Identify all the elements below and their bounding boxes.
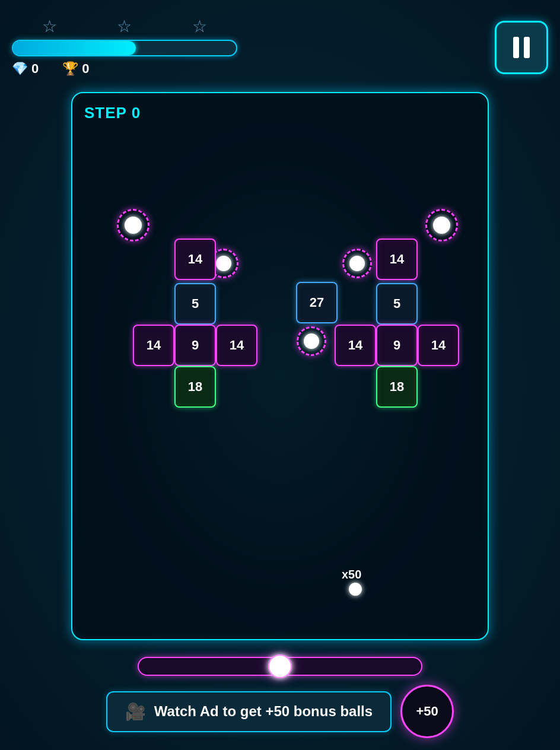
block-11-value: 9 xyxy=(393,338,400,353)
step-label: STEP 0 xyxy=(84,104,141,122)
block-13-value: 18 xyxy=(390,379,404,395)
circle-ball-4 xyxy=(342,249,372,278)
game-board[interactable]: STEP 0 14 5 14 9 14 18 27 14 5 1 xyxy=(71,92,489,640)
star-2-icon: ☆ xyxy=(117,18,132,35)
block-3[interactable]: 14 xyxy=(133,325,174,366)
pause-icon xyxy=(513,37,530,58)
white-ball xyxy=(349,583,362,596)
watch-ad-row: 🎥 Watch Ad to get +50 bonus balls +50 xyxy=(106,685,454,738)
block-9-value: 5 xyxy=(393,296,400,312)
block-10[interactable]: 14 xyxy=(335,325,376,366)
bonus-label: +50 xyxy=(416,704,438,719)
block-1[interactable]: 14 xyxy=(174,239,216,280)
block-10-value: 14 xyxy=(348,338,362,353)
block-6[interactable]: 18 xyxy=(174,366,216,408)
block-13[interactable]: 18 xyxy=(376,366,418,408)
block-1-value: 14 xyxy=(188,252,202,267)
block-4-value: 9 xyxy=(192,338,199,353)
block-6-value: 18 xyxy=(188,379,202,395)
header: ☆ ☆ ☆ 💎 0 🏆 0 xyxy=(0,0,560,83)
diamond-stat: 💎 0 xyxy=(12,61,39,77)
camera-icon: 🎥 xyxy=(125,702,146,722)
block-8[interactable]: 14 xyxy=(376,239,418,280)
pause-button[interactable] xyxy=(495,21,548,74)
block-8-value: 14 xyxy=(390,252,404,267)
progress-bar xyxy=(12,40,237,56)
stars-row: ☆ ☆ ☆ xyxy=(12,18,237,35)
star-1-icon: ☆ xyxy=(42,18,57,35)
star-3-icon: ☆ xyxy=(192,18,207,35)
circle-ball-3-inner xyxy=(216,256,231,271)
progress-bar-fill xyxy=(13,41,136,55)
bonus-badge[interactable]: +50 xyxy=(400,685,454,738)
block-12[interactable]: 14 xyxy=(418,325,459,366)
circle-ball-1-inner xyxy=(125,217,142,234)
circle-ball-1 xyxy=(117,209,149,241)
block-2-value: 5 xyxy=(192,296,199,312)
block-3-value: 14 xyxy=(147,338,161,353)
block-7[interactable]: 27 xyxy=(296,282,338,323)
ball-count-label: x50 xyxy=(342,568,361,581)
block-11[interactable]: 9 xyxy=(376,325,418,366)
slider-thumb[interactable] xyxy=(268,654,292,678)
block-4[interactable]: 9 xyxy=(174,325,216,366)
block-5-value: 14 xyxy=(230,338,244,353)
pause-bar-left xyxy=(513,37,519,58)
trophy-count: 0 xyxy=(82,61,89,77)
trophy-icon: 🏆 xyxy=(62,61,78,77)
trophy-stat: 🏆 0 xyxy=(62,61,89,77)
pause-bar-right xyxy=(524,37,530,58)
stats-row: 💎 0 🏆 0 xyxy=(12,61,90,77)
circle-ball-4-inner xyxy=(349,256,365,271)
bottom-area: 🎥 Watch Ad to get +50 bonus balls +50 xyxy=(0,640,560,750)
circle-ball-5-inner xyxy=(304,333,319,349)
circle-ball-2 xyxy=(425,209,458,241)
header-left: ☆ ☆ ☆ 💎 0 🏆 0 xyxy=(12,18,483,77)
circle-ball-2-inner xyxy=(433,217,450,234)
circle-ball-5 xyxy=(297,326,326,356)
ball-slider[interactable] xyxy=(138,657,422,676)
block-2[interactable]: 5 xyxy=(174,283,216,325)
block-7-value: 27 xyxy=(310,295,324,310)
diamond-icon: 💎 xyxy=(12,61,28,77)
watch-ad-button[interactable]: 🎥 Watch Ad to get +50 bonus balls xyxy=(106,691,392,732)
block-9[interactable]: 5 xyxy=(376,283,418,325)
block-12-value: 14 xyxy=(431,338,446,353)
diamond-count: 0 xyxy=(31,61,39,77)
watch-ad-text: Watch Ad to get +50 bonus balls xyxy=(154,703,373,720)
block-5[interactable]: 14 xyxy=(216,325,257,366)
